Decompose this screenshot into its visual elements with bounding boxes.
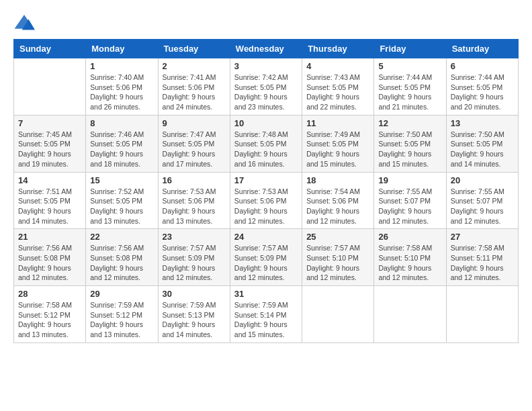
col-header-wednesday: Wednesday	[230, 40, 302, 58]
calendar-cell: 11Sunrise: 7:49 AMSunset: 5:05 PMDayligh…	[302, 115, 374, 172]
col-header-tuesday: Tuesday	[158, 40, 230, 58]
calendar-cell: 5Sunrise: 7:44 AMSunset: 5:05 PMDaylight…	[374, 58, 446, 116]
day-number: 3	[234, 61, 298, 71]
calendar-cell: 23Sunrise: 7:57 AMSunset: 5:09 PMDayligh…	[158, 229, 230, 286]
day-number: 22	[90, 232, 153, 242]
day-number: 15	[90, 175, 153, 185]
day-info: Sunrise: 7:50 AMSunset: 5:05 PMDaylight:…	[451, 130, 514, 169]
day-number: 12	[378, 118, 441, 128]
day-info: Sunrise: 7:44 AMSunset: 5:05 PMDaylight:…	[378, 73, 441, 112]
calendar-cell: 1Sunrise: 7:40 AMSunset: 5:06 PMDaylight…	[86, 58, 158, 116]
day-number: 31	[234, 289, 298, 299]
day-info: Sunrise: 7:44 AMSunset: 5:05 PMDaylight:…	[451, 73, 514, 112]
day-info: Sunrise: 7:47 AMSunset: 5:05 PMDaylight:…	[163, 130, 226, 169]
day-number: 11	[306, 118, 369, 128]
calendar-cell: 20Sunrise: 7:55 AMSunset: 5:07 PMDayligh…	[446, 172, 518, 229]
day-number: 10	[234, 118, 298, 128]
calendar-week-row: 21Sunrise: 7:56 AMSunset: 5:08 PMDayligh…	[14, 229, 519, 286]
day-number: 8	[90, 118, 153, 128]
calendar-cell	[302, 286, 374, 343]
day-info: Sunrise: 7:54 AMSunset: 5:06 PMDaylight:…	[306, 187, 369, 226]
day-number: 16	[163, 175, 226, 185]
calendar-cell: 8Sunrise: 7:46 AMSunset: 5:05 PMDaylight…	[86, 115, 158, 172]
calendar-cell: 10Sunrise: 7:48 AMSunset: 5:05 PMDayligh…	[230, 115, 302, 172]
day-info: Sunrise: 7:57 AMSunset: 5:10 PMDaylight:…	[306, 243, 369, 283]
day-info: Sunrise: 7:55 AMSunset: 5:07 PMDaylight:…	[451, 187, 514, 226]
calendar-cell: 28Sunrise: 7:58 AMSunset: 5:12 PMDayligh…	[14, 286, 86, 343]
day-info: Sunrise: 7:56 AMSunset: 5:08 PMDaylight:…	[90, 243, 153, 283]
calendar-cell: 4Sunrise: 7:43 AMSunset: 5:05 PMDaylight…	[302, 58, 374, 116]
calendar-cell: 12Sunrise: 7:50 AMSunset: 5:05 PMDayligh…	[374, 115, 446, 172]
day-info: Sunrise: 7:53 AMSunset: 5:06 PMDaylight:…	[163, 187, 226, 226]
calendar-table: SundayMondayTuesdayWednesdayThursdayFrid…	[13, 39, 519, 343]
day-number: 14	[18, 175, 81, 185]
day-number: 18	[306, 175, 369, 185]
day-info: Sunrise: 7:43 AMSunset: 5:05 PMDaylight:…	[306, 73, 369, 112]
calendar-cell: 29Sunrise: 7:59 AMSunset: 5:12 PMDayligh…	[86, 286, 158, 343]
day-info: Sunrise: 7:42 AMSunset: 5:05 PMDaylight:…	[234, 73, 298, 112]
calendar-cell: 15Sunrise: 7:52 AMSunset: 5:05 PMDayligh…	[86, 172, 158, 229]
calendar-week-row: 28Sunrise: 7:58 AMSunset: 5:12 PMDayligh…	[14, 286, 519, 343]
day-number: 29	[90, 289, 153, 299]
calendar-cell: 7Sunrise: 7:45 AMSunset: 5:05 PMDaylight…	[14, 115, 86, 172]
day-info: Sunrise: 7:51 AMSunset: 5:05 PMDaylight:…	[18, 187, 81, 226]
calendar-cell: 25Sunrise: 7:57 AMSunset: 5:10 PMDayligh…	[302, 229, 374, 286]
day-number: 20	[451, 175, 514, 185]
day-info: Sunrise: 7:59 AMSunset: 5:13 PMDaylight:…	[163, 300, 226, 340]
calendar-week-row: 1Sunrise: 7:40 AMSunset: 5:06 PMDaylight…	[14, 58, 519, 116]
day-number: 30	[163, 289, 226, 299]
calendar-cell: 18Sunrise: 7:54 AMSunset: 5:06 PMDayligh…	[302, 172, 374, 229]
day-info: Sunrise: 7:59 AMSunset: 5:14 PMDaylight:…	[234, 300, 298, 340]
calendar-cell: 30Sunrise: 7:59 AMSunset: 5:13 PMDayligh…	[158, 286, 230, 343]
day-number: 27	[451, 232, 514, 242]
col-header-friday: Friday	[374, 40, 446, 58]
calendar-cell: 2Sunrise: 7:41 AMSunset: 5:06 PMDaylight…	[158, 58, 230, 116]
calendar-cell: 21Sunrise: 7:56 AMSunset: 5:08 PMDayligh…	[14, 229, 86, 286]
col-header-sunday: Sunday	[14, 40, 86, 58]
day-info: Sunrise: 7:52 AMSunset: 5:05 PMDaylight:…	[90, 187, 153, 226]
day-number: 9	[163, 118, 226, 128]
col-header-monday: Monday	[86, 40, 158, 58]
calendar-cell: 17Sunrise: 7:53 AMSunset: 5:06 PMDayligh…	[230, 172, 302, 229]
calendar-cell: 14Sunrise: 7:51 AMSunset: 5:05 PMDayligh…	[14, 172, 86, 229]
day-number: 13	[451, 118, 514, 128]
day-info: Sunrise: 7:53 AMSunset: 5:06 PMDaylight:…	[234, 187, 298, 226]
calendar-cell	[374, 286, 446, 343]
day-info: Sunrise: 7:58 AMSunset: 5:11 PMDaylight:…	[451, 243, 514, 283]
day-info: Sunrise: 7:40 AMSunset: 5:06 PMDaylight:…	[90, 73, 153, 112]
day-number: 25	[306, 232, 369, 242]
calendar-cell: 26Sunrise: 7:58 AMSunset: 5:10 PMDayligh…	[374, 229, 446, 286]
day-number: 17	[234, 175, 298, 185]
page-header	[13, 13, 519, 32]
day-number: 6	[451, 61, 514, 71]
day-info: Sunrise: 7:56 AMSunset: 5:08 PMDaylight:…	[18, 243, 81, 283]
day-info: Sunrise: 7:57 AMSunset: 5:09 PMDaylight:…	[234, 243, 298, 283]
calendar-cell: 13Sunrise: 7:50 AMSunset: 5:05 PMDayligh…	[446, 115, 518, 172]
day-number: 21	[18, 232, 81, 242]
day-info: Sunrise: 7:58 AMSunset: 5:10 PMDaylight:…	[378, 243, 441, 283]
calendar-week-row: 7Sunrise: 7:45 AMSunset: 5:05 PMDaylight…	[14, 115, 519, 172]
day-number: 5	[378, 61, 441, 71]
day-info: Sunrise: 7:45 AMSunset: 5:05 PMDaylight:…	[18, 130, 81, 169]
day-number: 23	[163, 232, 226, 242]
day-info: Sunrise: 7:58 AMSunset: 5:12 PMDaylight:…	[18, 300, 81, 340]
calendar-cell	[446, 286, 518, 343]
day-info: Sunrise: 7:59 AMSunset: 5:12 PMDaylight:…	[90, 300, 153, 340]
calendar-cell: 3Sunrise: 7:42 AMSunset: 5:05 PMDaylight…	[230, 58, 302, 116]
day-number: 2	[163, 61, 226, 71]
calendar-week-row: 14Sunrise: 7:51 AMSunset: 5:05 PMDayligh…	[14, 172, 519, 229]
calendar-header-row: SundayMondayTuesdayWednesdayThursdayFrid…	[14, 40, 519, 58]
day-number: 19	[378, 175, 441, 185]
calendar-cell: 24Sunrise: 7:57 AMSunset: 5:09 PMDayligh…	[230, 229, 302, 286]
day-info: Sunrise: 7:46 AMSunset: 5:05 PMDaylight:…	[90, 130, 153, 169]
day-info: Sunrise: 7:48 AMSunset: 5:05 PMDaylight:…	[234, 130, 298, 169]
day-info: Sunrise: 7:41 AMSunset: 5:06 PMDaylight:…	[163, 73, 226, 112]
day-info: Sunrise: 7:55 AMSunset: 5:07 PMDaylight:…	[378, 187, 441, 226]
day-number: 7	[18, 118, 81, 128]
calendar-cell	[14, 58, 86, 116]
day-info: Sunrise: 7:49 AMSunset: 5:05 PMDaylight:…	[306, 130, 369, 169]
col-header-thursday: Thursday	[302, 40, 374, 58]
calendar-cell: 31Sunrise: 7:59 AMSunset: 5:14 PMDayligh…	[230, 286, 302, 343]
calendar-cell: 9Sunrise: 7:47 AMSunset: 5:05 PMDaylight…	[158, 115, 230, 172]
day-number: 4	[306, 61, 369, 71]
